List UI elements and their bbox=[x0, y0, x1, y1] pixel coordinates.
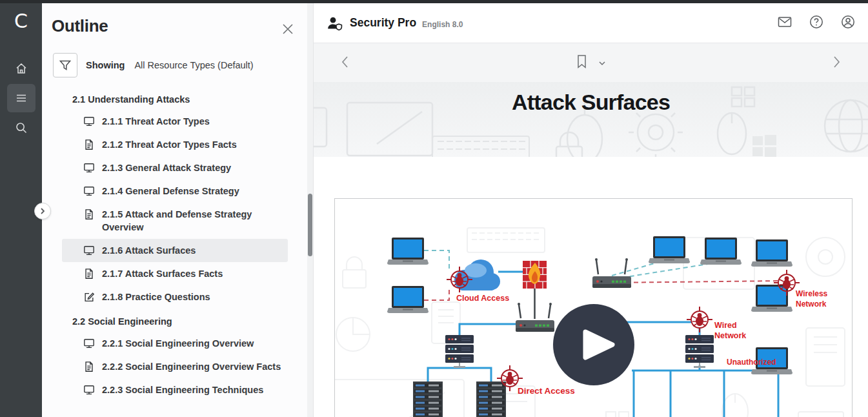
outline-item-label: 2.1.4 General Defense Strategy bbox=[102, 185, 239, 198]
lesson-title-banner: Attack Surfaces bbox=[314, 82, 868, 157]
bookmark-icon bbox=[576, 55, 587, 69]
unauthorized-label: Unauthorized bbox=[727, 358, 776, 367]
bookmark-menu-button[interactable] bbox=[596, 56, 608, 70]
cloud-access-label: Cloud Access bbox=[456, 294, 509, 303]
previous-lesson-button[interactable] bbox=[337, 52, 352, 74]
outline-close-button[interactable] bbox=[281, 22, 295, 38]
outline-item-label: 2.1.1 Threat Actor Types bbox=[102, 115, 210, 128]
outline-item[interactable]: 2.1.8 Practice Questions bbox=[62, 285, 288, 309]
outline-list: 2.1 Understanding Attacks2.1.1 Threat Ac… bbox=[42, 86, 313, 402]
messages-button[interactable] bbox=[775, 14, 794, 32]
outline-item-label: 2.1.3 General Attack Strategy bbox=[102, 161, 231, 174]
document-resource-icon bbox=[83, 208, 95, 220]
outline-item[interactable]: 2.1.4 General Defense Strategy bbox=[62, 179, 288, 203]
account-button[interactable] bbox=[838, 12, 858, 34]
home-icon bbox=[15, 62, 28, 75]
outline-item-label: 2.1.5 Attack and Defense Strategy Overvi… bbox=[102, 208, 283, 234]
brand-logo: C bbox=[14, 10, 28, 32]
document-resource-icon bbox=[83, 361, 95, 372]
help-icon bbox=[809, 15, 823, 29]
network-diagram: Cloud Access Wireless Network Wired Netw… bbox=[335, 199, 852, 417]
chevron-left-icon bbox=[341, 56, 348, 68]
outline-item[interactable]: 2.2.2 Social Engineering Overview Facts bbox=[62, 355, 288, 378]
outline-item[interactable]: 2.1.1 Threat Actor Types bbox=[62, 110, 288, 133]
outline-item[interactable]: 2.1.3 General Attack Strategy bbox=[62, 156, 288, 179]
lesson-nav-bar bbox=[314, 43, 868, 82]
menu-icon bbox=[15, 92, 28, 105]
outline-scrollbar-thumb[interactable] bbox=[308, 194, 312, 256]
video-resource-icon bbox=[83, 384, 95, 396]
app-window: C Outline bbox=[0, 0, 868, 417]
outline-item[interactable]: 2.1.7 Attack Surfaces Facts bbox=[62, 262, 288, 285]
next-lesson-button[interactable] bbox=[829, 52, 845, 74]
video-resource-icon bbox=[83, 162, 95, 174]
chevron-down-icon bbox=[598, 61, 605, 66]
outline-item-label: 2.1.6 Attack Surfaces bbox=[102, 244, 196, 257]
server-stack-icon bbox=[445, 335, 474, 368]
laptop-icon bbox=[751, 239, 792, 267]
outline-item-label: 2.2.2 Social Engineering Overview Facts bbox=[102, 360, 281, 373]
home-button[interactable] bbox=[7, 54, 35, 83]
wireless-network-label: Wireless bbox=[796, 289, 828, 298]
lesson-content-area: Cloud Access Wireless Network Wired Netw… bbox=[314, 198, 868, 417]
course-title: Security Pro bbox=[350, 16, 416, 30]
main-content: Security Pro English 8.0 bbox=[313, 3, 868, 417]
close-icon bbox=[282, 23, 294, 35]
account-icon bbox=[841, 15, 855, 29]
wireless-network-label: Network bbox=[796, 300, 827, 309]
chevron-right-icon bbox=[39, 207, 46, 215]
outline-item-label: 2.2.1 Social Engineering Overview bbox=[102, 337, 254, 350]
outline-section-label: 2.2 Social Engineering bbox=[42, 309, 313, 332]
outline-menu-button[interactable] bbox=[7, 84, 35, 112]
document-resource-icon bbox=[83, 139, 95, 150]
wireless-router-icon bbox=[592, 258, 631, 288]
outline-item[interactable]: 2.1.5 Attack and Defense Strategy Overvi… bbox=[62, 203, 288, 239]
outline-item-label: 2.1.8 Practice Questions bbox=[102, 290, 210, 303]
outline-item[interactable]: 2.1.6 Attack Surfaces bbox=[62, 239, 288, 262]
video-resource-icon bbox=[83, 185, 95, 197]
security-pro-course-icon bbox=[327, 15, 343, 31]
outline-item[interactable]: 2.2.1 Social Engineering Overview bbox=[62, 332, 288, 355]
chevron-right-icon bbox=[833, 56, 841, 68]
filter-funnel-icon bbox=[59, 60, 71, 71]
laptop-icon bbox=[649, 236, 690, 263]
server-rack-icon bbox=[476, 381, 506, 417]
server-rack-icon bbox=[413, 381, 443, 417]
mail-icon bbox=[778, 16, 792, 28]
video-resource-icon bbox=[83, 116, 95, 127]
course-edition: English 8.0 bbox=[422, 20, 463, 29]
video-resource-icon bbox=[83, 245, 95, 256]
video-resource-icon bbox=[83, 338, 95, 349]
document-resource-icon bbox=[83, 268, 95, 280]
firewall-icon bbox=[523, 261, 547, 319]
outline-item[interactable]: 2.2.3 Social Engineering Techniques bbox=[62, 378, 288, 402]
bookmark-button[interactable] bbox=[574, 52, 589, 74]
laptop-icon bbox=[387, 238, 429, 265]
lesson-title: Attack Surfaces bbox=[314, 82, 868, 115]
server-stack-icon bbox=[685, 335, 714, 368]
help-button[interactable] bbox=[807, 12, 826, 34]
filter-value: All Resource Types (Default) bbox=[134, 60, 253, 70]
outline-item[interactable]: 2.1.2 Threat Actor Types Facts bbox=[62, 133, 288, 156]
attack-bug-icon bbox=[687, 307, 712, 332]
direct-access-label: Direct Access bbox=[518, 386, 575, 396]
laptop-icon bbox=[387, 286, 429, 313]
outline-item-label: 2.1.7 Attack Surfaces Facts bbox=[102, 267, 223, 280]
outline-section-label: 2.1 Understanding Attacks bbox=[42, 86, 313, 110]
wired-network-label: Network bbox=[714, 331, 746, 340]
search-icon bbox=[15, 121, 28, 134]
outline-item-label: 2.2.3 Social Engineering Techniques bbox=[102, 383, 263, 396]
filter-button[interactable] bbox=[53, 53, 77, 77]
course-header: Security Pro English 8.0 bbox=[314, 3, 868, 43]
laptop-icon bbox=[700, 238, 742, 265]
outline-panel: Outline Showing All Resource Types (Defa… bbox=[42, 3, 313, 417]
outline-item-label: 2.1.2 Threat Actor Types Facts bbox=[102, 138, 237, 151]
outline-title: Outline bbox=[52, 16, 300, 36]
filter-showing-label: Showing bbox=[86, 60, 125, 70]
video-player: Cloud Access Wireless Network Wired Netw… bbox=[334, 198, 853, 417]
panel-expand-button[interactable] bbox=[34, 203, 51, 219]
window-top-strip bbox=[0, 0, 868, 3]
play-button[interactable] bbox=[553, 304, 634, 385]
practice-questions-icon bbox=[83, 291, 95, 303]
search-button[interactable] bbox=[7, 114, 35, 142]
